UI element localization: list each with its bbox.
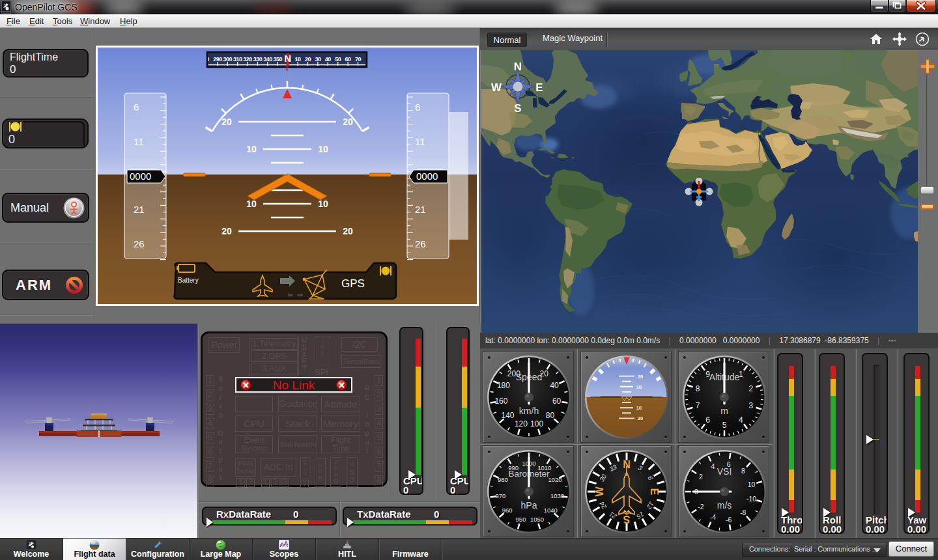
svg-text:10: 10 [636,405,642,411]
svg-text:10: 10 [748,481,756,488]
svg-text:20: 20 [305,56,311,63]
svg-text:10: 10 [318,144,328,154]
svg-text:8: 8 [696,384,700,393]
svg-text:20: 20 [638,415,643,421]
svg-text:20: 20 [343,117,353,127]
svg-text:2: 2 [699,473,703,481]
svg-text:10: 10 [636,384,642,390]
svg-text:70: 70 [355,56,362,63]
svg-text:8: 8 [741,467,745,475]
svg-text:VSI: VSI [717,466,732,477]
svg-text:11: 11 [415,136,425,147]
svg-text:350: 350 [274,56,283,63]
svg-text:980: 980 [498,476,508,483]
svg-text:11: 11 [134,136,144,147]
svg-text:1050: 1050 [530,516,544,523]
svg-text:100: 100 [530,419,543,428]
svg-text:S: S [514,102,521,115]
svg-text:10: 10 [246,144,257,154]
svg-text:S: S [623,514,630,525]
svg-text:-6: -6 [726,516,732,524]
svg-text:30: 30 [315,56,321,63]
svg-text:330: 330 [253,56,263,63]
svg-text:6: 6 [705,415,710,425]
svg-text:20: 20 [638,374,643,380]
svg-text:GPS: GPS [341,277,365,290]
svg-text:320: 320 [243,56,252,63]
svg-text:3: 3 [749,401,754,410]
svg-text:-2: -2 [698,503,704,511]
svg-text:60: 60 [552,397,561,406]
svg-text:21: 21 [134,204,145,215]
svg-text:Battery: Battery [178,277,199,284]
svg-text:km/h: km/h [519,406,539,416]
svg-text:1030: 1030 [550,492,564,499]
svg-text:1040: 1040 [544,507,558,514]
svg-text:6: 6 [415,102,420,113]
svg-text:E: E [649,488,660,496]
svg-text:6: 6 [134,102,139,113]
svg-text:10: 10 [318,199,328,209]
svg-text:26: 26 [415,238,426,249]
svg-text:40: 40 [550,381,559,390]
svg-text:340: 340 [263,56,272,63]
svg-text:80: 80 [546,411,555,420]
svg-text:20: 20 [221,226,232,236]
svg-text:N: N [284,53,291,64]
svg-text:5: 5 [722,421,727,430]
svg-text:290: 290 [213,56,222,63]
svg-text:0000: 0000 [130,171,151,182]
svg-text:2: 2 [749,384,754,393]
svg-text:E: E [535,81,543,94]
svg-text:-4: -4 [710,513,716,521]
svg-text:hPa: hPa [521,500,537,511]
svg-text:300: 300 [223,56,233,63]
svg-text:10: 10 [246,199,257,209]
svg-text:120: 120 [515,419,528,428]
svg-text:21: 21 [415,204,426,215]
svg-text:310: 310 [233,56,242,63]
svg-text:4: 4 [711,462,715,470]
svg-text:4: 4 [739,415,743,425]
svg-text:openpilot: openpilot [2,10,10,13]
svg-text:26: 26 [134,238,145,249]
svg-text:20: 20 [221,117,232,127]
svg-text:-10: -10 [746,495,756,503]
svg-text:m: m [720,406,728,416]
svg-text:140: 140 [501,411,514,420]
svg-text:7: 7 [696,401,700,410]
svg-text:m/s: m/s [717,500,732,511]
svg-text:10: 10 [295,56,302,63]
svg-text:0000: 0000 [416,171,438,182]
svg-text:W: W [594,486,605,497]
svg-text:40: 40 [325,56,332,63]
svg-text:180: 180 [497,381,510,390]
svg-text:N: N [514,61,522,73]
svg-text:50: 50 [335,56,341,63]
svg-text:-8: -8 [740,509,746,516]
svg-text:160: 160 [494,397,507,406]
svg-text:960: 960 [502,507,513,514]
svg-text:20: 20 [343,226,353,236]
svg-text:60: 60 [345,56,352,63]
svg-text:950: 950 [516,516,526,523]
svg-text:970: 970 [495,492,505,499]
svg-text:W: W [491,81,502,94]
svg-text:1020: 1020 [548,476,561,483]
